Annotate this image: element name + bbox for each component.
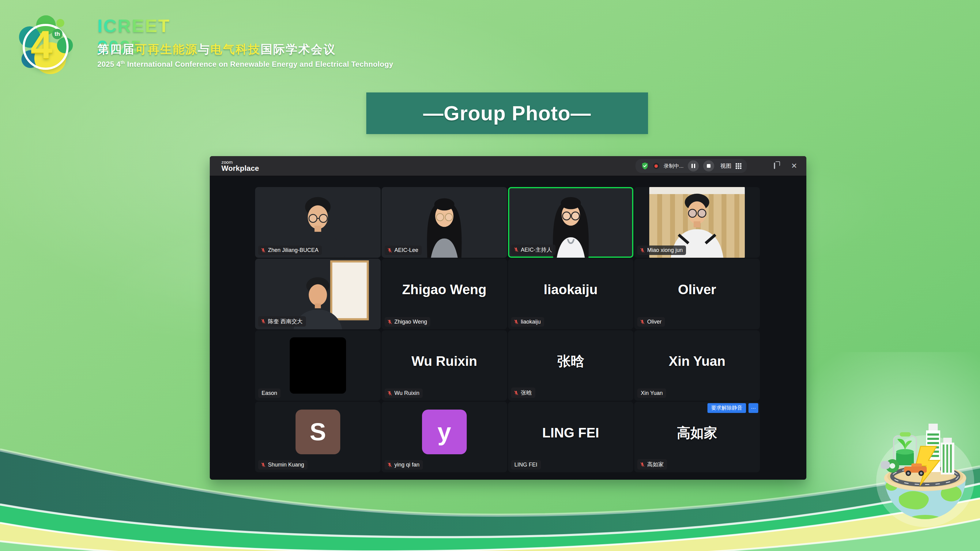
participant-display-name: Wu Ruixin [382,354,507,369]
muted-mic-icon [640,248,645,253]
participant-name-text: Eason [261,390,277,396]
muted-mic-icon [640,319,645,324]
participant-name-text: Xin Yuan [641,390,663,396]
view-button-label[interactable]: 视图 [720,162,731,170]
participant-name-label: 陈奎 西南交大 [258,316,306,327]
participant-name-label: AEIC-主持人 [511,245,555,255]
participant-name-label: Xin Yuan [637,389,666,398]
participant-name-label: Wu Ruixin [385,389,423,398]
participant-tile[interactable]: 陈奎 西南交大 [255,259,381,329]
security-shield-icon[interactable] [641,162,649,170]
participant-tile-active-speaker[interactable]: AEIC-主持人 [508,187,634,258]
participant-avatar: S [296,410,340,454]
muted-mic-icon [261,248,266,253]
participant-tile[interactable]: AEIC-Lee [382,187,507,258]
muted-mic-icon [261,462,266,467]
participant-name-label: 张晗 [511,387,535,398]
participant-display-name: 张晗 [508,353,634,370]
ask-to-unmute-button[interactable]: 要求解除静音 [708,403,746,413]
participant-name-text: Zhigao Weng [395,319,427,325]
participant-name-text: liaokaiju [521,319,541,325]
participant-name-label: Shumin Kuang [258,460,307,470]
participant-name-text: Shumin Kuang [268,462,304,468]
avatar-letter: S [310,420,326,444]
green-energy-globe-illustration [875,420,976,533]
participant-display-name: Zhigao Weng [382,282,507,297]
conference-subtitle-en: 2025 4th International Conference on Ren… [97,60,393,68]
participant-tile[interactable]: Zhigao Weng Zhigao Weng [382,259,507,329]
muted-mic-icon [514,390,519,395]
participant-tile[interactable]: Xin Yuan Xin Yuan [634,330,760,401]
muted-mic-icon [387,391,392,396]
logo-edition-number: 4 [30,25,52,64]
participant-tile[interactable]: Miao xiong jun [634,187,760,258]
camera-off-video [290,337,346,394]
recording-pill: 录制中... 视图 [635,159,747,173]
participant-name-text: ying qi fan [395,462,420,468]
participant-name-label: LING FEI [511,460,541,470]
participant-tile[interactable]: S Shumin Kuang [255,402,381,472]
logo-edition-suffix: th [52,29,62,39]
participant-tile[interactable]: LING FEI LING FEI [508,402,634,472]
participant-tile[interactable]: Oliver Oliver [634,259,760,329]
muted-mic-icon [387,248,392,253]
participant-display-name: Xin Yuan [634,354,760,369]
participant-name-text: Wu Ruixin [395,390,420,396]
participant-display-name: LING FEI [508,425,634,440]
recording-dot-icon [653,163,659,169]
participant-tile[interactable]: liaokaiju liaokaiju [508,259,634,329]
participant-name-label: Oliver [637,317,665,327]
zoom-workplace-logo: zoom Workplace [221,160,259,172]
participant-name-text: 高如家 [647,461,663,468]
participant-name-label: ying qi fan [385,460,423,470]
avatar-letter: y [438,420,451,444]
participant-name-label: Zhen Jiliang-BUCEA [258,246,322,255]
participant-name-label: 高如家 [637,459,667,470]
group-photo-banner: —Group Photo— [366,92,648,134]
participant-name-label: Miao xiong jun [637,246,686,255]
logo-blob [56,19,64,27]
participant-name-text: Zhen Jiliang-BUCEA [268,247,318,254]
maximize-button[interactable] [774,163,775,169]
participant-name-text: LING FEI [514,462,538,468]
more-options-button[interactable]: ⋯ [748,403,758,413]
participant-name-text: AEIC-Lee [395,247,418,254]
participant-name-text: Oliver [647,319,662,325]
participant-tile[interactable]: y ying qi fan [382,402,507,472]
participant-name-label: Zhigao Weng [385,317,431,327]
participant-name-label: AEIC-Lee [385,246,422,255]
stop-recording-button[interactable] [703,160,714,171]
participant-tile[interactable]: Eason [255,330,381,401]
participant-tile[interactable]: 张晗 张晗 [508,330,634,401]
close-button[interactable]: ✕ [791,162,797,170]
participant-grid: Zhen Jiliang-BUCEA AEIC-Lee [255,187,760,472]
muted-mic-icon [640,462,645,467]
participant-display-name: 高如家 [634,424,760,442]
muted-mic-icon [514,319,519,324]
gallery-view-icon[interactable] [736,163,741,169]
conference-logo: 4 th [20,16,74,75]
zoom-titlebar: zoom Workplace 录制中... 视图 [210,156,807,176]
participant-name-text: 陈奎 西南交大 [268,318,302,325]
participant-avatar: y [422,410,467,454]
participant-display-name: liaokaiju [508,282,634,297]
participant-display-name: Oliver [634,282,760,297]
participant-tile[interactable]: Wu Ruixin Wu Ruixin [382,330,507,401]
participant-name-label: liaokaiju [511,317,544,327]
participant-name-text: AEIC-主持人 [521,246,552,254]
conference-subtitle-cn: 第四届可再生能源与电气科技国际学术会议 [97,41,336,57]
participant-name-label: Eason [258,389,280,398]
pause-recording-button[interactable] [688,160,699,171]
participant-tile[interactable]: Zhen Jiliang-BUCEA [255,187,381,258]
participant-name-text: 张晗 [521,389,532,396]
muted-mic-icon [387,319,392,324]
conference-wallpaper: 4 th ICREET 2025 第四届可再生能源与电气科技国际学术会议 202… [0,0,980,551]
zoom-window: zoom Workplace 录制中... 视图 [210,156,807,480]
participant-name-text: Miao xiong jun [647,247,682,254]
muted-mic-icon [387,462,392,467]
muted-mic-icon [261,319,266,324]
muted-mic-icon [514,247,519,252]
group-photo-title: —Group Photo— [423,102,591,125]
recording-status-text: 录制中... [663,162,684,170]
